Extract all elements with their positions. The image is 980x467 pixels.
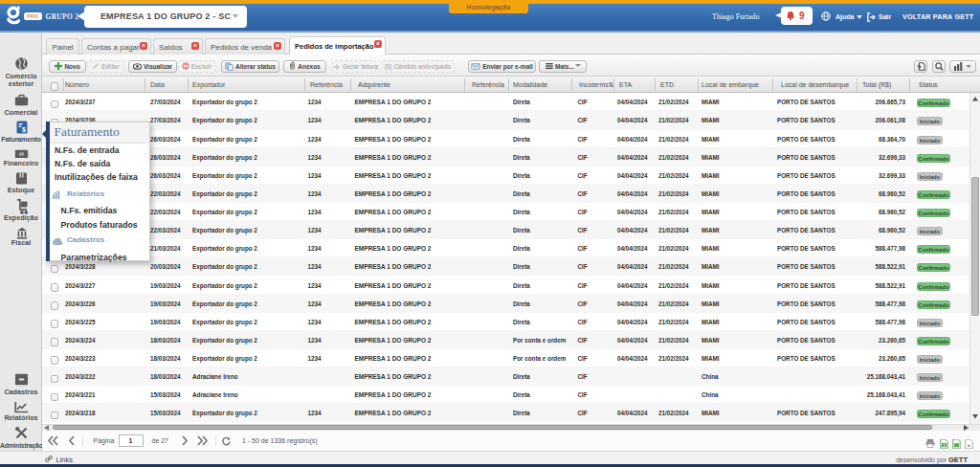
svg-text:$: $ [22,126,26,134]
svg-text:$: $ [20,151,23,157]
svg-text:⇅: ⇅ [968,443,970,447]
